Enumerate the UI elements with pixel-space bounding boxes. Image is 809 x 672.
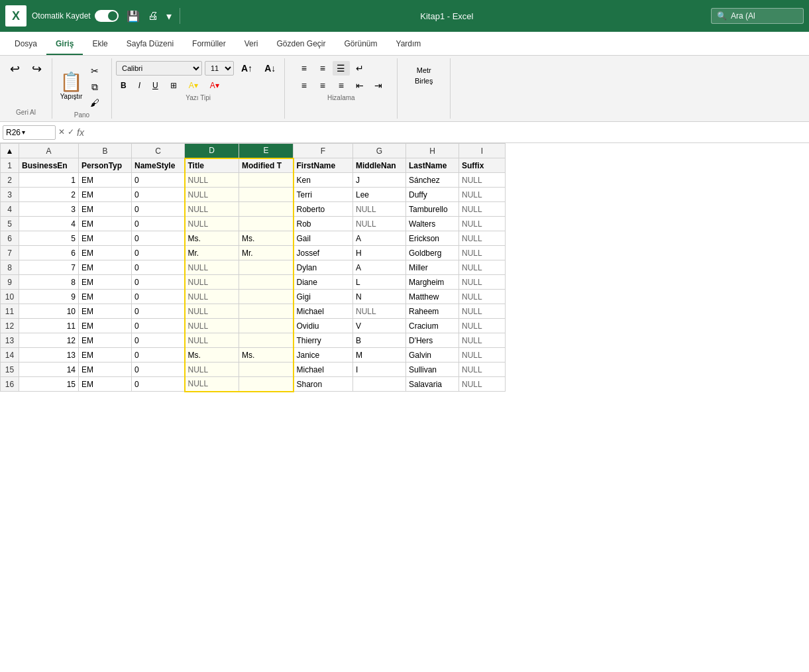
tab-ekle[interactable]: Ekle [83,34,117,55]
cell-12-4[interactable] [239,319,294,333]
format-painter-button[interactable]: 🖌 [85,95,104,110]
cell-7-3[interactable]: Mr. [185,246,239,260]
cell-11-8[interactable]: NULL [459,304,506,319]
cell-5-4[interactable] [239,217,294,231]
row-header-11[interactable]: 11 [1,304,19,319]
cell-13-6[interactable]: B [353,333,406,348]
row-header-10[interactable]: 10 [1,290,19,304]
cell-14-2[interactable]: 0 [132,348,185,363]
row-header-13[interactable]: 13 [1,333,19,348]
cell-13-3[interactable]: NULL [185,333,239,348]
cell-3-7[interactable]: Duffy [406,188,459,202]
cell-4-5[interactable]: Roberto [294,202,353,217]
cell-8-4[interactable] [239,260,294,275]
col-header-F[interactable]: F [294,144,353,158]
border-button[interactable]: ⊞ [166,78,182,93]
formula-confirm-icon[interactable]: ✓ [68,127,74,138]
cell-3-3[interactable]: NULL [185,188,239,202]
cell-11-1[interactable]: EM [79,304,132,319]
cell-3-4[interactable] [239,188,294,202]
cell-14-6[interactable]: M [353,348,406,363]
cell-1-2[interactable]: NameStyle [132,158,185,173]
cell-16-3[interactable]: NULL [185,377,239,392]
cell-1-7[interactable]: LastName [406,158,459,173]
cell-3-6[interactable]: Lee [353,188,406,202]
cell-10-7[interactable]: Matthew [406,290,459,304]
cell-1-0[interactable]: BusinessEn [19,158,79,173]
cell-10-1[interactable]: EM [79,290,132,304]
cell-9-4[interactable] [239,275,294,290]
cell-8-1[interactable]: EM [79,260,132,275]
cell-13-8[interactable]: NULL [459,333,506,348]
font-name-select[interactable]: Calibri [116,61,202,76]
cut-button[interactable]: ✂ [85,64,104,78]
row-header-2[interactable]: 2 [1,173,19,188]
font-color-button[interactable]: A▾ [205,78,224,93]
cell-10-3[interactable]: NULL [185,290,239,304]
cell-5-0[interactable]: 4 [19,217,79,231]
cell-15-4[interactable] [239,363,294,377]
decrease-font-size-button[interactable]: A↓ [260,61,280,76]
cell-11-3[interactable]: NULL [185,304,239,319]
cell-9-8[interactable]: NULL [459,275,506,290]
cell-2-7[interactable]: Sánchez [406,173,459,188]
cell-12-2[interactable]: 0 [132,319,185,333]
cell-4-3[interactable]: NULL [185,202,239,217]
cell-2-1[interactable]: EM [79,173,132,188]
cell-6-1[interactable]: EM [79,231,132,246]
tab-formuller[interactable]: Formüller [183,34,235,55]
cell-12-3[interactable]: NULL [185,319,239,333]
cell-7-1[interactable]: EM [79,246,132,260]
cell-11-5[interactable]: Michael [294,304,353,319]
search-box[interactable]: 🔍 Ara (Al [711,8,804,24]
col-header-E[interactable]: E [239,144,294,158]
cell-4-0[interactable]: 3 [19,202,79,217]
cell-10-8[interactable]: NULL [459,290,506,304]
cell-2-4[interactable] [239,173,294,188]
row-header-6[interactable]: 6 [1,231,19,246]
cell-4-7[interactable]: Tamburello [406,202,459,217]
cell-16-1[interactable]: EM [79,377,132,392]
cell-reference-box[interactable]: R26 ▾ [3,125,56,140]
align-middle-right-button[interactable]: ≡ [333,78,350,93]
cell-15-8[interactable]: NULL [459,363,506,377]
cell-11-2[interactable]: 0 [132,304,185,319]
cell-14-0[interactable]: 13 [19,348,79,363]
cell-11-6[interactable]: NULL [353,304,406,319]
cell-9-7[interactable]: Margheim [406,275,459,290]
cell-14-4[interactable]: Ms. [239,348,294,363]
align-middle-center-button[interactable]: ≡ [314,78,331,93]
copy-button[interactable]: ⧉ [85,80,104,94]
cell-7-2[interactable]: 0 [132,246,185,260]
tab-veri[interactable]: Veri [235,34,268,55]
cell-8-6[interactable]: A [353,260,406,275]
cell-5-5[interactable]: Rob [294,217,353,231]
cell-16-0[interactable]: 15 [19,377,79,392]
cell-14-5[interactable]: Janice [294,348,353,363]
cell-10-4[interactable] [239,290,294,304]
cell-15-5[interactable]: Michael [294,363,353,377]
italic-button[interactable]: I [134,78,145,93]
cell-9-1[interactable]: EM [79,275,132,290]
cell-10-2[interactable]: 0 [132,290,185,304]
cell-7-6[interactable]: H [353,246,406,260]
row-header-7[interactable]: 7 [1,246,19,260]
cell-12-0[interactable]: 11 [19,319,79,333]
cell-7-4[interactable]: Mr. [239,246,294,260]
cell-11-7[interactable]: Raheem [406,304,459,319]
cell-8-0[interactable]: 7 [19,260,79,275]
cell-9-5[interactable]: Diane [294,275,353,290]
cell-12-1[interactable]: EM [79,319,132,333]
row-header-5[interactable]: 5 [1,217,19,231]
cell-4-1[interactable]: EM [79,202,132,217]
cell-14-1[interactable]: EM [79,348,132,363]
row-header-9[interactable]: 9 [1,275,19,290]
tab-giris[interactable]: Giriş [46,34,83,55]
cell-5-8[interactable]: NULL [459,217,506,231]
col-header-H[interactable]: H [406,144,459,158]
tab-yardim[interactable]: Yardım [387,34,431,55]
save-icon[interactable]: 💾 [127,10,140,23]
col-header-B[interactable]: B [79,144,132,158]
bold-button[interactable]: B [116,78,131,93]
cell-2-6[interactable]: J [353,173,406,188]
